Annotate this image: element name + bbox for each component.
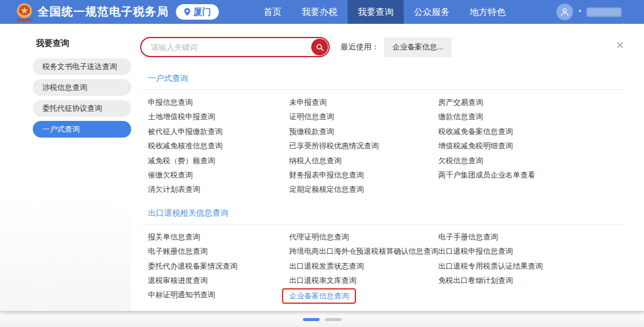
sidebar-title: 我要查询 bbox=[36, 38, 131, 49]
sidebar: 我要查询 税务文书电子送达查询涉税信息查询委托代征协议查询一户式查询 bbox=[0, 24, 131, 311]
username-redacted bbox=[587, 8, 621, 17]
pagination-bar-1[interactable] bbox=[325, 318, 342, 321]
query-link[interactable]: 财务报表申报信息查询 bbox=[289, 171, 364, 179]
query-link[interactable]: 代理证明信息查询 bbox=[289, 233, 349, 241]
national-emblem-icon bbox=[17, 3, 32, 18]
pagination-bar-0-active[interactable] bbox=[303, 318, 320, 321]
query-link[interactable]: 中标证明通知书查询 bbox=[148, 291, 215, 299]
query-link[interactable]: 出口退税发票状态查询 bbox=[289, 262, 364, 270]
query-link[interactable]: 减免税（费）额查询 bbox=[148, 157, 215, 165]
query-link[interactable]: 电子手册信息查询 bbox=[438, 233, 498, 241]
content-area: 最近使用： 企业备案信息... ✕ 一户式查询申报信息查询土地增值税申报查询被代… bbox=[131, 24, 644, 311]
sidebar-item-3-active[interactable]: 一户式查询 bbox=[33, 121, 131, 138]
links-column-1: 未申报查询证明信息查询预缴税款查询已享受所得税优惠情况查询纳税人信息查询财务报表… bbox=[289, 95, 438, 197]
query-link[interactable]: 清欠计划表查询 bbox=[148, 185, 200, 194]
site-title: 全国统一规范电子税务局 bbox=[38, 4, 169, 20]
search-button[interactable] bbox=[311, 39, 328, 55]
sidebar-item-1[interactable]: 涉税信息查询 bbox=[33, 79, 131, 96]
logo-subtext-redacted bbox=[17, 19, 32, 21]
nav-item-1[interactable]: 我要办税 bbox=[292, 0, 348, 24]
query-link[interactable]: 出口退税申报信息查询 bbox=[438, 247, 513, 256]
section-0: 一户式查询申报信息查询土地增值税申报查询被代征人申报缴款查询税收减免核准信息查询… bbox=[140, 73, 623, 197]
top-header: 全国统一规范电子税务局 厦门 首页我要办税我要查询公众服务地方特色 * bbox=[0, 0, 644, 24]
query-link[interactable]: 出口退税专用税票认证结果查询 bbox=[438, 262, 543, 270]
links-column-2: 电子手册信息查询出口退税申报信息查询出口退税专用税票认证结果查询免税出口卷烟计划… bbox=[438, 230, 623, 304]
user-avatar[interactable] bbox=[556, 4, 573, 20]
nav-item-3[interactable]: 公众服务 bbox=[404, 0, 460, 24]
person-icon bbox=[559, 7, 570, 17]
location-selector[interactable]: 厦门 bbox=[176, 4, 219, 20]
search-box bbox=[140, 37, 330, 57]
recent-used-label: 最近使用： bbox=[340, 42, 379, 52]
query-link[interactable]: 土地增值税申报查询 bbox=[148, 113, 215, 121]
query-link[interactable]: 未申报查询 bbox=[289, 98, 327, 107]
links-column-2: 房产交易查询缴款信息查询税收减免备案信息查询增值税减免税明细查询欠税信息查询两千… bbox=[438, 95, 623, 197]
sidebar-item-0[interactable]: 税务文书电子送达查询 bbox=[33, 58, 131, 75]
close-icon[interactable]: ✕ bbox=[616, 41, 624, 51]
links-grid: 报关单信息查询电子账册信息查询委托代办退税备案情况查询退税审核进度查询中标证明通… bbox=[140, 225, 623, 304]
query-link[interactable]: 报关单信息查询 bbox=[148, 233, 200, 241]
recent-used-item-button[interactable]: 企业备案信息... bbox=[384, 38, 451, 57]
pagination bbox=[0, 311, 644, 327]
section-title[interactable]: 出口退税相关信息查询 bbox=[140, 208, 623, 219]
main-nav: 首页我要办税我要查询公众服务地方特色 bbox=[253, 0, 516, 24]
links-column-0: 申报信息查询土地增值税申报查询被代征人申报缴款查询税收减免核准信息查询减免税（费… bbox=[148, 95, 289, 197]
query-link[interactable]: 税收减免备案信息查询 bbox=[438, 127, 513, 136]
tax-bureau-logo bbox=[16, 3, 33, 21]
query-panel: 我要查询 税务文书电子送达查询涉税信息查询委托代征协议查询一户式查询 最近使用：… bbox=[0, 24, 644, 311]
query-link[interactable]: 催缴欠税查询 bbox=[148, 171, 193, 179]
query-link[interactable]: 跨境电商出口海外仓预退税核算确认信息查询 bbox=[289, 247, 438, 256]
query-link[interactable]: 退税审核进度查询 bbox=[148, 276, 208, 285]
query-link[interactable]: 预缴税款查询 bbox=[289, 127, 334, 136]
search-input[interactable] bbox=[141, 43, 311, 52]
query-link[interactable]: 纳税人信息查询 bbox=[289, 157, 342, 165]
query-link-highlighted[interactable]: 企业备案信息查询 bbox=[282, 288, 356, 304]
section-title[interactable]: 一户式查询 bbox=[140, 73, 623, 84]
query-link[interactable]: 免税出口卷烟计划查询 bbox=[438, 276, 513, 285]
query-link[interactable]: 定期定额核定信息查询 bbox=[289, 185, 364, 194]
query-link[interactable]: 被代征人申报缴款查询 bbox=[148, 127, 222, 136]
query-link[interactable]: 税收减免核准信息查询 bbox=[148, 142, 222, 150]
query-link[interactable]: 增值税减免税明细查询 bbox=[438, 142, 513, 150]
links-grid: 申报信息查询土地增值税申报查询被代征人申报缴款查询税收减免核准信息查询减免税（费… bbox=[140, 90, 623, 197]
sidebar-item-2[interactable]: 委托代征协议查询 bbox=[33, 100, 131, 117]
query-link[interactable]: 房产交易查询 bbox=[438, 98, 483, 107]
nav-item-4[interactable]: 地方特色 bbox=[460, 0, 516, 24]
query-sections: 一户式查询申报信息查询土地增值税申报查询被代征人申报缴款查询税收减免核准信息查询… bbox=[140, 73, 623, 304]
links-column-1: 代理证明信息查询跨境电商出口海外仓预退税核算确认信息查询出口退税发票状态查询出口… bbox=[289, 230, 438, 304]
location-pin-icon bbox=[184, 8, 191, 16]
links-column-0: 报关单信息查询电子账册信息查询委托代办退税备案情况查询退税审核进度查询中标证明通… bbox=[148, 230, 289, 304]
search-row: 最近使用： 企业备案信息... bbox=[140, 37, 623, 57]
query-link[interactable]: 委托代办退税备案情况查询 bbox=[148, 262, 237, 270]
sidebar-items: 税务文书电子送达查询涉税信息查询委托代征协议查询一户式查询 bbox=[0, 58, 131, 138]
query-link[interactable]: 两千户集团成员企业名单查看 bbox=[438, 171, 535, 179]
query-link[interactable]: 电子账册信息查询 bbox=[148, 247, 208, 256]
query-link[interactable]: 缴款信息查询 bbox=[438, 113, 483, 121]
query-link[interactable]: 出口退税率文库查询 bbox=[289, 276, 357, 285]
query-link[interactable]: 欠税信息查询 bbox=[438, 157, 483, 165]
username-prefix: * bbox=[578, 8, 581, 17]
location-label: 厦门 bbox=[193, 7, 211, 18]
magnifier-icon bbox=[315, 43, 324, 52]
query-link[interactable]: 申报信息查询 bbox=[148, 98, 193, 107]
nav-item-2-active[interactable]: 我要查询 bbox=[348, 0, 404, 24]
nav-item-0[interactable]: 首页 bbox=[253, 0, 292, 24]
query-link[interactable]: 证明信息查询 bbox=[289, 113, 334, 121]
query-link[interactable]: 已享受所得税优惠情况查询 bbox=[289, 142, 379, 150]
user-area: * bbox=[556, 4, 621, 20]
section-1: 出口退税相关信息查询报关单信息查询电子账册信息查询委托代办退税备案情况查询退税审… bbox=[140, 208, 623, 304]
